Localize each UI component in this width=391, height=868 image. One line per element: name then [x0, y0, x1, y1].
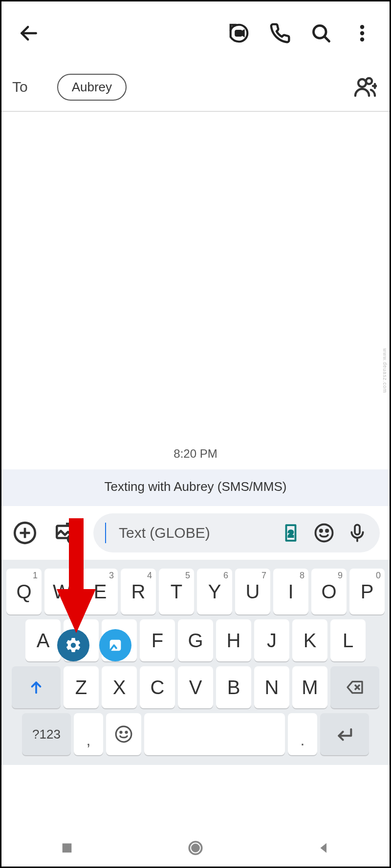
- nav-back-button[interactable]: [312, 836, 336, 860]
- keyboard-theme-button[interactable]: [99, 629, 131, 661]
- keyboard-row-4: ?123 , .: [4, 713, 387, 755]
- key-j[interactable]: J: [254, 619, 289, 661]
- video-call-button[interactable]: [225, 20, 253, 47]
- sms-banner: Texting with Aubrey (SMS/MMS): [1, 469, 390, 506]
- key-t[interactable]: 5T: [159, 569, 194, 614]
- compose-input[interactable]: Text (GLOBE) 2: [93, 513, 380, 552]
- recipient-row: To Aubrey: [1, 65, 390, 109]
- key-a[interactable]: A: [25, 619, 61, 661]
- app-bar: [1, 1, 390, 65]
- key-q[interactable]: 1Q: [6, 569, 42, 614]
- key-emoji[interactable]: [106, 713, 141, 755]
- attach-button[interactable]: [11, 519, 39, 547]
- recipient-chip[interactable]: Aubrey: [57, 74, 127, 101]
- nav-recent-button[interactable]: [55, 836, 79, 860]
- keyboard-row-1: 1Q 2W 3E 4R 5T 6Y 7U 8I 9O 0P: [4, 569, 387, 614]
- svg-rect-1: [236, 31, 241, 36]
- sim-selector[interactable]: 2: [280, 522, 302, 544]
- add-recipient-button[interactable]: [351, 73, 379, 101]
- key-shift[interactable]: [12, 666, 61, 708]
- more-options-button[interactable]: [348, 20, 376, 47]
- svg-point-26: [116, 726, 131, 742]
- svg-point-28: [126, 731, 127, 733]
- nav-home-button[interactable]: [183, 836, 208, 860]
- svg-point-19: [320, 530, 322, 532]
- gallery-button[interactable]: [52, 519, 80, 547]
- key-b[interactable]: B: [216, 666, 251, 708]
- key-y[interactable]: 6Y: [197, 569, 232, 614]
- svg-point-16: [70, 537, 74, 541]
- svg-rect-32: [63, 844, 72, 853]
- svg-text:2: 2: [288, 529, 294, 539]
- key-g[interactable]: G: [178, 619, 213, 661]
- keyboard-row-3: Z X C V B N M: [4, 666, 387, 708]
- key-r[interactable]: 4R: [121, 569, 156, 614]
- key-space[interactable]: [144, 713, 285, 755]
- key-l[interactable]: L: [330, 619, 366, 661]
- conversation-area[interactable]: [1, 112, 390, 444]
- svg-rect-21: [355, 525, 360, 534]
- key-f[interactable]: F: [140, 619, 175, 661]
- key-h[interactable]: H: [216, 619, 251, 661]
- key-w[interactable]: 2W: [44, 569, 80, 614]
- timestamp: 8:20 PM: [1, 444, 390, 469]
- svg-point-8: [366, 78, 372, 84]
- keyboard-settings-button[interactable]: [57, 629, 89, 661]
- svg-point-6: [360, 38, 364, 42]
- system-nav-bar: [3, 831, 388, 865]
- key-v[interactable]: V: [178, 666, 213, 708]
- key-z[interactable]: Z: [64, 666, 99, 708]
- svg-marker-35: [320, 843, 326, 853]
- mic-button[interactable]: [347, 522, 368, 544]
- key-p[interactable]: 0P: [349, 569, 385, 614]
- key-comma[interactable]: ,: [74, 713, 103, 755]
- key-i[interactable]: 8I: [273, 569, 308, 614]
- key-c[interactable]: C: [140, 666, 175, 708]
- svg-point-4: [360, 25, 364, 29]
- key-period[interactable]: .: [288, 713, 317, 755]
- svg-point-18: [316, 525, 333, 542]
- compose-placeholder: Text (GLOBE): [119, 525, 268, 541]
- keyboard: 1Q 2W 3E 4R 5T 6Y 7U 8I 9O 0P A S D F G …: [1, 560, 390, 765]
- svg-line-3: [325, 37, 329, 42]
- to-label: To: [12, 79, 28, 95]
- svg-point-7: [358, 79, 366, 87]
- key-k[interactable]: K: [292, 619, 327, 661]
- svg-point-5: [360, 31, 364, 35]
- key-backspace[interactable]: [330, 666, 379, 708]
- key-u[interactable]: 7U: [235, 569, 270, 614]
- text-cursor: [105, 523, 106, 543]
- key-symbols[interactable]: ?123: [22, 713, 71, 755]
- back-button[interactable]: [15, 20, 43, 47]
- key-o[interactable]: 9O: [311, 569, 347, 614]
- key-n[interactable]: N: [254, 666, 289, 708]
- emoji-button[interactable]: [313, 522, 335, 544]
- call-button[interactable]: [266, 20, 294, 47]
- watermark: www.deuasz.com: [382, 348, 388, 393]
- compose-bar: Text (GLOBE) 2: [1, 506, 390, 560]
- search-button[interactable]: [307, 20, 335, 47]
- key-x[interactable]: X: [102, 666, 137, 708]
- svg-point-34: [192, 845, 199, 851]
- key-e[interactable]: 3E: [83, 569, 118, 614]
- svg-point-20: [326, 530, 328, 532]
- key-m[interactable]: M: [292, 666, 327, 708]
- key-enter[interactable]: [320, 713, 369, 755]
- svg-point-27: [120, 731, 122, 733]
